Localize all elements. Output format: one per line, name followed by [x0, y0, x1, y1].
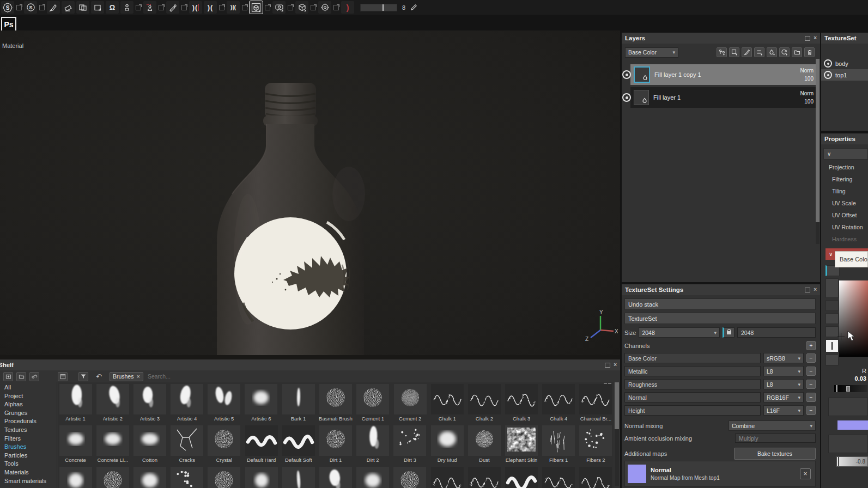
shelf-scrollbar[interactable] — [615, 382, 619, 486]
brush-thumbnail[interactable] — [356, 425, 389, 456]
layer-thumbnail[interactable] — [634, 66, 650, 83]
channel-format-dropdown[interactable]: RGB16F▾ — [763, 392, 804, 402]
brush-item[interactable]: Cotton — [133, 425, 166, 463]
brush-item[interactable] — [468, 467, 501, 488]
size-lock-icon[interactable] — [723, 327, 735, 338]
close-panel-icon[interactable]: × — [814, 287, 817, 292]
brush-item[interactable]: Dust — [468, 425, 501, 463]
brush-thumbnail[interactable] — [393, 425, 426, 456]
brush-thumbnail[interactable] — [542, 425, 575, 456]
brush-size-value[interactable]: 8 — [402, 4, 405, 11]
brush-thumbnail[interactable] — [245, 384, 277, 414]
environment-settings-icon[interactable] — [318, 1, 331, 14]
edit-value-icon[interactable] — [407, 1, 420, 14]
camera-view-icon[interactable] — [272, 1, 286, 14]
undo-filter-icon[interactable]: ↶ — [96, 373, 102, 381]
brush-thumbnail[interactable] — [579, 384, 612, 414]
undo-stack-section[interactable]: Undo stack — [624, 298, 816, 310]
brush-item[interactable]: Fibers 2 — [579, 425, 612, 463]
brush-thumbnail[interactable] — [282, 467, 315, 488]
shelf-category-all[interactable]: All — [0, 384, 57, 393]
picker-widget[interactable] — [825, 313, 839, 324]
shelf-category-filters[interactable]: Filters — [0, 435, 57, 444]
value-slider[interactable]: -0.8 — [836, 456, 868, 467]
brush-item[interactable] — [430, 467, 464, 488]
channel-name-field[interactable]: Metallic — [624, 366, 761, 376]
channel-name-field[interactable]: Base Color — [624, 353, 761, 363]
brush-item[interactable] — [208, 467, 241, 488]
layer-opacity[interactable]: 100 — [800, 75, 814, 83]
value-slider-handle[interactable] — [825, 339, 839, 352]
brush-item[interactable] — [579, 467, 612, 488]
brush-item[interactable] — [59, 467, 92, 488]
textureset-section[interactable]: TextureSet — [624, 313, 816, 324]
brush-item[interactable]: Artistic 6 — [245, 384, 278, 422]
brush-item[interactable]: Artistic 4 — [170, 384, 203, 422]
clone-tool-icon[interactable] — [120, 1, 133, 14]
brush-item[interactable]: Dirt 1 — [319, 425, 352, 463]
brush-item[interactable]: Basmati Brush — [319, 384, 353, 422]
delete-icon[interactable] — [804, 47, 815, 57]
polygon-fill-tool-icon[interactable] — [91, 1, 104, 14]
property-row[interactable]: UV Rotation — [821, 224, 868, 231]
brush-thumbnail[interactable] — [59, 384, 92, 414]
brush-item[interactable]: Chalk 2 — [468, 384, 501, 422]
brush-item[interactable]: Crystal — [208, 425, 241, 463]
brush-thumbnail[interactable] — [319, 384, 352, 414]
normal-mixing-dropdown[interactable]: Combine ▾ — [729, 420, 816, 431]
import-resources-icon[interactable] — [3, 372, 13, 381]
layer-row[interactable]: Fill layer 1Norm100 — [622, 87, 820, 108]
layer-blend-mode[interactable]: Norm — [800, 66, 814, 75]
smudge-tool-icon[interactable]: Ω — [106, 1, 119, 14]
layer-row[interactable]: Fill layer 1 copy 1Norm100 — [622, 64, 820, 85]
brush-item[interactable] — [133, 467, 166, 488]
substance-badge-icon[interactable]: S — [24, 1, 37, 14]
brush-thumbnail[interactable] — [468, 384, 501, 414]
channel-format-dropdown[interactable]: L8▾ — [763, 366, 804, 376]
brush-item[interactable]: Default Soft — [282, 425, 315, 463]
picker-widget[interactable] — [825, 326, 839, 337]
brush-thumbnail[interactable] — [468, 467, 501, 488]
remove-map-icon[interactable]: × — [800, 468, 811, 479]
property-row[interactable]: Filtering — [821, 176, 868, 184]
brush-thumbnail[interactable] — [505, 467, 538, 488]
brush-item[interactable]: Cement 1 — [356, 384, 390, 422]
additional-map-card[interactable]: Normal Normal Map from Mesh top1 × — [624, 461, 816, 487]
shelf-category-tools[interactable]: Tools — [0, 460, 57, 469]
property-row[interactable]: Projection — [821, 164, 868, 172]
shelf-category-materials[interactable]: Materials — [0, 469, 57, 478]
shelf-category-grunges[interactable]: Grunges — [0, 410, 57, 418]
float-panel-icon[interactable] — [605, 363, 610, 368]
close-panel-icon[interactable]: × — [614, 362, 617, 368]
brush-item[interactable]: Artistic 3 — [133, 384, 166, 422]
viewer-3d-2d-icon[interactable] — [250, 1, 263, 14]
add-paint-icon[interactable] — [742, 47, 752, 57]
brush-item[interactable] — [245, 467, 278, 488]
brush-thumbnail[interactable] — [394, 384, 427, 414]
properties-collapse-header[interactable]: ∨ — [823, 148, 868, 160]
projection-tool-icon[interactable] — [76, 1, 89, 14]
brush-item[interactable]: Dry Mud — [430, 425, 464, 463]
size-linked-field[interactable]: 2048 — [737, 327, 816, 338]
brush-thumbnail[interactable] — [542, 467, 575, 488]
brush-thumbnail[interactable] — [468, 425, 501, 456]
brush-thumbnail[interactable] — [579, 425, 612, 456]
add-smart-material-icon[interactable] — [779, 47, 790, 57]
channel-filter-dropdown[interactable]: Base Color ▾ — [625, 47, 678, 58]
float-panel-icon[interactable] — [805, 36, 810, 41]
brush-thumbnail[interactable] — [245, 467, 278, 488]
add-channel-button[interactable]: + — [806, 341, 816, 350]
brush-item[interactable]: Bark 1 — [282, 384, 315, 422]
layers-scrollbar[interactable] — [816, 59, 820, 244]
geometry-mask-object-icon[interactable]: )|( — [227, 1, 240, 14]
brush-thumbnail[interactable] — [208, 425, 240, 456]
search-input[interactable] — [147, 373, 620, 380]
brush-thumbnail[interactable] — [171, 467, 203, 488]
brush-thumbnail[interactable] — [59, 467, 92, 488]
layer-opacity[interactable]: 100 — [800, 97, 814, 106]
brush-item[interactable]: Cement 2 — [393, 384, 427, 422]
brushes-filter-tag[interactable]: Brushes × — [110, 372, 143, 381]
brush-thumbnail[interactable] — [393, 467, 426, 488]
shelf-category-brushes[interactable]: Brushes — [0, 443, 57, 452]
brush-thumbnail[interactable] — [431, 467, 464, 488]
